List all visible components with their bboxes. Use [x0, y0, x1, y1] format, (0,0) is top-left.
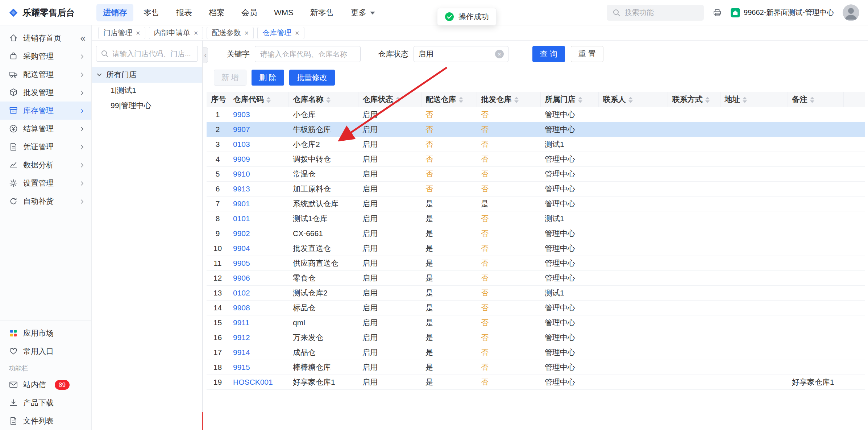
sort-carets-icon[interactable] [326, 97, 331, 103]
sort-carets-icon[interactable] [514, 97, 519, 103]
table-row[interactable]: 159911qml启用是否管理中心 [207, 315, 865, 330]
cell-code[interactable]: 9913 [229, 181, 288, 196]
status-select[interactable]: 启用 × [414, 46, 508, 62]
sidebar-item-menu-1[interactable]: 采购管理 [0, 47, 91, 65]
table-row[interactable]: 169912万来发仓启用是否管理中心 [207, 330, 865, 345]
cell-code[interactable]: 9908 [229, 300, 288, 315]
column-header-contact[interactable]: 联系人 [598, 92, 668, 107]
cell-code[interactable]: 9903 [229, 107, 288, 122]
column-header-phone[interactable]: 联系方式 [668, 92, 720, 107]
table-row[interactable]: 30103小仓库2启用否否测试1 [207, 137, 865, 152]
column-header-delivery[interactable]: 配送仓库 [421, 92, 477, 107]
cell-code[interactable]: 0103 [229, 137, 288, 152]
topnav-item-4[interactable]: 档案 [202, 4, 231, 21]
cell-code[interactable]: 0101 [229, 211, 288, 226]
table-row[interactable]: 19903小仓库启用否否管理中心 [207, 107, 865, 122]
sidebar-item-extra-2[interactable]: 常用入口 [0, 342, 91, 360]
brand[interactable]: 乐耀零售后台 [9, 7, 94, 18]
column-header-store[interactable]: 所属门店 [540, 92, 598, 107]
topnav-item-6[interactable]: WMS [267, 5, 300, 21]
sidebar-item-tool-3[interactable]: 文件列表 [0, 412, 91, 430]
cell-code[interactable]: HOSCK001 [229, 375, 288, 389]
cell-code[interactable]: 9915 [229, 360, 288, 375]
tab-close-icon[interactable]: × [295, 29, 299, 37]
table-row[interactable]: 99902CX-6661启用是否管理中心 [207, 226, 865, 241]
topnav-item-1[interactable]: 进销存 [96, 4, 133, 21]
table-row[interactable]: 79901系统默认仓库启用是是管理中心 [207, 196, 865, 211]
column-header-name[interactable]: 仓库名称 [288, 92, 358, 107]
table-row[interactable]: 149908标品仓启用是否管理中心 [207, 300, 865, 315]
add-button[interactable]: 新 增 [214, 70, 246, 86]
column-header-status[interactable]: 仓库状态 [358, 92, 421, 107]
topnav-item-7[interactable]: 新零售 [304, 4, 341, 21]
sidebar-item-menu-5[interactable]: 结算管理 [0, 120, 91, 138]
table-row[interactable]: 130102测试仓库2启用是否测试1 [207, 285, 865, 300]
sort-carets-icon[interactable] [743, 97, 747, 103]
cell-code[interactable]: 9910 [229, 166, 288, 181]
tree-search[interactable] [96, 46, 198, 62]
column-header-code[interactable]: 仓库代码 [229, 92, 288, 107]
sort-carets-icon[interactable] [459, 97, 463, 103]
tree-node-all-stores[interactable]: 所有门店 [92, 67, 202, 83]
tree-node-2[interactable]: 99|管理中心 [92, 98, 202, 113]
sidebar-item-extra-1[interactable]: 应用市场 [0, 324, 91, 342]
table-row[interactable]: 119905供应商直送仓启用是否管理中心 [207, 256, 865, 270]
sort-carets-icon[interactable] [810, 97, 814, 103]
topnav-item-3[interactable]: 报表 [170, 4, 199, 21]
sidebar-item-menu-6[interactable]: 凭证管理 [0, 138, 91, 156]
table-row[interactable]: 29907牛板筋仓库启用否否管理中心 [207, 122, 865, 137]
sort-carets-icon[interactable] [705, 97, 710, 103]
tree-node-1[interactable]: 1|测试1 [92, 83, 202, 98]
global-search[interactable] [607, 5, 704, 21]
table-row[interactable]: 109904批发直送仓启用是否管理中心 [207, 241, 865, 256]
table-row[interactable]: 189915棒棒糖仓库启用是否管理中心 [207, 360, 865, 375]
cell-code[interactable]: 9905 [229, 256, 288, 270]
table-row[interactable]: 179914成品仓启用是否管理中心 [207, 345, 865, 360]
keyword-input[interactable] [255, 46, 361, 62]
cell-code[interactable]: 9912 [229, 330, 288, 345]
tree-search-input[interactable] [112, 50, 194, 58]
cell-code[interactable]: 9902 [229, 226, 288, 241]
sort-carets-icon[interactable] [628, 97, 633, 103]
sidebar-item-menu-7[interactable]: 数据分析 [0, 156, 91, 174]
table-row[interactable]: 69913加工原料仓启用否否管理中心 [207, 181, 865, 196]
sidebar-item-menu-3[interactable]: 批发管理 [0, 83, 91, 102]
reset-button[interactable]: 重 置 [571, 46, 603, 62]
cell-code[interactable]: 9909 [229, 152, 288, 166]
cell-code[interactable]: 9911 [229, 315, 288, 330]
tab-close-icon[interactable]: × [136, 29, 140, 37]
sidebar-collapse-icon[interactable]: « [80, 33, 86, 43]
topnav-item-2[interactable]: 零售 [137, 4, 166, 21]
table-row[interactable]: 80101测试1仓库启用是否测试1 [207, 211, 865, 226]
topnav-item-5[interactable]: 会员 [235, 4, 264, 21]
workspace-tab-1[interactable]: 门店管理× [98, 27, 145, 39]
workspace-tab-2[interactable]: 内部申请单× [149, 27, 203, 39]
delete-button[interactable]: 删 除 [252, 70, 284, 86]
topnav-item-8[interactable]: 更多 [344, 4, 382, 21]
printer-icon[interactable] [713, 8, 722, 17]
column-header-remark[interactable]: 备注 [788, 92, 843, 107]
tab-close-icon[interactable]: × [244, 29, 249, 37]
table-row[interactable]: 49909调拨中转仓启用否否管理中心 [207, 152, 865, 166]
workspace-tab-4[interactable]: 仓库管理× [257, 27, 304, 39]
sidebar-item-tool-1[interactable]: 站内信89 [0, 376, 91, 394]
column-header-address[interactable]: 地址 [720, 92, 788, 107]
sidebar-item-menu-9[interactable]: 自动补货 [0, 192, 91, 210]
cell-code[interactable]: 9901 [229, 196, 288, 211]
batch-edit-button[interactable]: 批量修改 [289, 70, 335, 86]
avatar[interactable] [843, 4, 859, 21]
column-header-wholesale[interactable]: 批发仓库 [477, 92, 540, 107]
sidebar-item-menu-4[interactable]: 库存管理 [0, 102, 91, 120]
search-button[interactable]: 查 询 [532, 46, 565, 62]
clear-icon[interactable]: × [495, 50, 504, 58]
cell-code[interactable]: 9904 [229, 241, 288, 256]
cell-code[interactable]: 9907 [229, 122, 288, 137]
sort-carets-icon[interactable] [396, 97, 400, 103]
table-row[interactable]: 129906零食仓启用是否管理中心 [207, 270, 865, 285]
table-row[interactable]: 19HOSCK001好享家仓库1启用是否管理中心好享家仓库1 [207, 375, 865, 389]
tab-close-icon[interactable]: × [194, 29, 198, 37]
cell-code[interactable]: 0102 [229, 285, 288, 300]
store-switcher[interactable]: 99662-新界面测试-管理中心 [731, 8, 834, 17]
sidebar-item-home[interactable]: 进销存首页 « [0, 29, 91, 47]
sort-carets-icon[interactable] [266, 97, 271, 103]
